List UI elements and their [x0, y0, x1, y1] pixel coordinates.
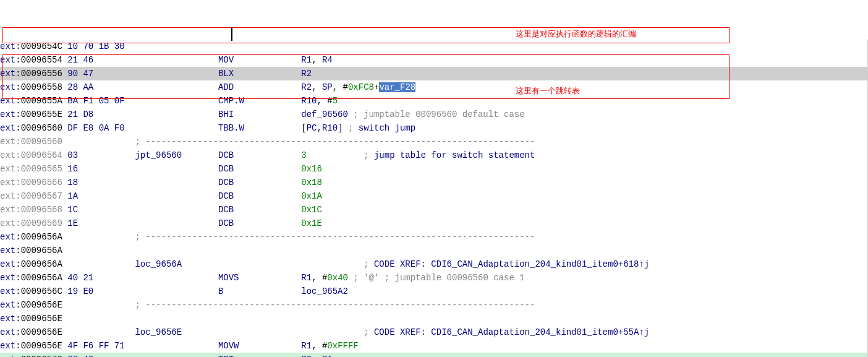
disasm-line[interactable]: ext:00096566 18 DCB 0x18 [0, 176, 868, 189]
bytes: 21 46 [67, 55, 135, 65]
disasm-line[interactable]: ext:00096560 DF E8 0A F0 TBB.W [PC,R10] … [0, 121, 868, 135]
bytes: 21 D8 [67, 110, 135, 119]
bytes: 40 21 [67, 273, 135, 283]
segment: ext [0, 137, 15, 147]
disasm-line[interactable]: ext:0009655A BA F1 05 0F CMP.W R10, #5 [0, 94, 868, 108]
bytes [67, 232, 135, 242]
address: 00096558 [21, 82, 68, 92]
operands: 0x1A [301, 191, 322, 201]
mnemonic: DCB [218, 164, 301, 174]
label [135, 286, 218, 296]
mnemonic: TST [218, 355, 301, 357]
segment: ext [0, 82, 15, 92]
bytes: 1A [67, 191, 135, 201]
disasm-line[interactable]: ext:00096568 1C DCB 0x1C [0, 203, 868, 217]
comment: ; CODE XREF: CDI6_CAN_Adaptation_204_kin… [364, 327, 649, 337]
disasm-line[interactable]: ext:0009655E 21 D8 BHI def_96560 ; jumpt… [0, 108, 868, 121]
label [135, 341, 218, 351]
label [135, 191, 218, 201]
label: loc_9656E [135, 327, 218, 337]
disasm-line[interactable]: ext:0009654C 10 70 1B 30 [0, 40, 868, 53]
segment: ext [0, 69, 15, 79]
annotation-text-1: 这里是对应执行函数的逻辑的汇编 [516, 28, 636, 40]
disasm-line[interactable]: ext:0009656A loc_9656A ; CODE XREF: CDI6… [0, 257, 868, 271]
disasm-line[interactable]: ext:00096565 16 DCB 0x16 [0, 162, 868, 176]
mnemonic: MOVS [218, 273, 301, 283]
disasm-line[interactable]: ext:00096564 03 jpt_96560 DCB 3 ; jump t… [0, 148, 868, 162]
address: 00096572 [21, 355, 68, 357]
disasm-line[interactable]: ext:0009656C 19 E0 B loc_965A2 [0, 285, 868, 298]
comment: ; CODE XREF: CDI6_CAN_Adaptation_204_kin… [364, 259, 649, 269]
label [135, 41, 218, 51]
address: 0009656A [21, 246, 68, 256]
bytes: 18 [67, 178, 135, 187]
operands: 0x1E [301, 218, 322, 228]
mnemonic: DCB [218, 150, 301, 160]
segment: ext [0, 96, 15, 106]
disasm-line[interactable]: ext:00096554 21 46 MOV R1, R4 [0, 53, 868, 67]
disassembly-view[interactable]: ext:0009654C 10 70 1B 30 ext:00096554 21… [0, 40, 868, 357]
address: 0009656C [21, 286, 68, 296]
disasm-line[interactable]: ext:00096567 1A DCB 0x1A [0, 189, 868, 203]
disasm-line[interactable]: ext:0009656A [0, 244, 868, 257]
mnemonic: DCB [218, 205, 301, 215]
bytes: 03 [67, 150, 135, 160]
disasm-line[interactable]: ext:00096560 ; -------------------------… [0, 135, 868, 148]
disasm-line[interactable]: ext:0009656A ; -------------------------… [0, 230, 868, 244]
bytes [67, 327, 135, 337]
comment: ; jumptable 00096560 default case [348, 110, 525, 119]
address: 0009656E [21, 327, 68, 337]
address: 0009656E [21, 341, 68, 351]
mnemonic: BLX [218, 69, 301, 79]
label [135, 178, 218, 187]
label: loc_9656A [135, 259, 218, 269]
address: 00096560 [21, 123, 68, 133]
segment: ext [0, 314, 15, 324]
bytes [67, 300, 135, 310]
annotation-text-2: 这里有一个跳转表 [516, 85, 580, 97]
operands: R0, R1 [301, 355, 332, 357]
address: 0009655A [21, 96, 68, 106]
disasm-line[interactable]: ext:0009656E [0, 312, 868, 325]
mnemonic: DCB [218, 191, 301, 201]
address: 00096560 [21, 137, 68, 147]
operands: R1, R4 [301, 55, 332, 65]
disasm-line[interactable]: ext:00096558 28 AA ADD R2, SP, #0xFC8+va… [0, 80, 868, 94]
label: jpt_96560 [135, 150, 218, 160]
bytes: 28 AA [67, 82, 135, 92]
bytes [67, 246, 135, 256]
mnemonic [218, 314, 301, 324]
address: 0009656A [21, 259, 68, 269]
segment: ext [0, 178, 15, 187]
disasm-line[interactable]: ext:00096556 90 47 BLX R2 [0, 67, 868, 80]
segment: ext [0, 355, 15, 357]
segment: ext [0, 110, 15, 119]
label [135, 355, 218, 357]
mnemonic: CMP.W [218, 96, 301, 106]
mnemonic [218, 259, 301, 269]
mnemonic: TBB.W [218, 123, 301, 133]
label [135, 82, 218, 92]
mnemonic [218, 41, 301, 51]
address: 00096567 [21, 191, 68, 201]
address: 0009656E [21, 314, 68, 324]
bytes: 16 [67, 164, 135, 174]
segment: ext [0, 300, 15, 310]
operands: 0x18 [301, 178, 322, 187]
disasm-line[interactable]: ext:0009656A 40 21 MOVS R1, #0x40 ; '@' … [0, 271, 868, 285]
address: 00096565 [21, 164, 68, 174]
address: 0009656E [21, 300, 68, 310]
segment: ext [0, 232, 15, 242]
operands: [PC,R10] [301, 123, 343, 133]
operands: loc_965A2 [301, 286, 348, 296]
disasm-line[interactable]: ext:0009656E loc_9656E ; CODE XREF: CDI6… [0, 325, 868, 339]
disasm-line[interactable]: ext:00096572 08 42 TST R0, R1 [0, 353, 868, 357]
operands: def_96560 [301, 110, 348, 119]
disasm-line[interactable]: ext:0009656E ; -------------------------… [0, 298, 868, 312]
operands: R1, #0x40 [301, 273, 348, 283]
disasm-line[interactable]: ext:00096569 1E DCB 0x1E [0, 217, 868, 230]
disasm-line[interactable]: ext:0009656E 4F F6 FF 71 MOVW R1, #0xFFF… [0, 339, 868, 353]
operands: R1, #0xFFFF [301, 341, 358, 351]
operands: 3 [301, 150, 306, 160]
label [135, 69, 218, 79]
